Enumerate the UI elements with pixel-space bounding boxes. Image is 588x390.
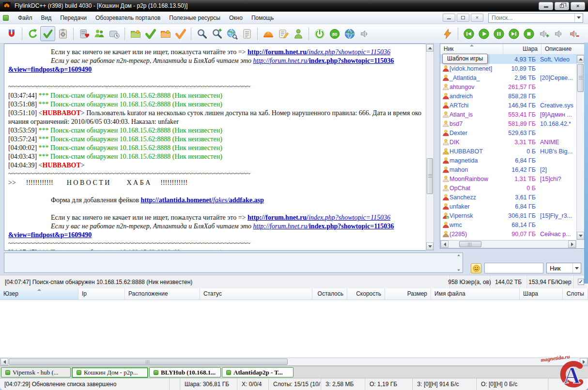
user-list-hscrollbar[interactable] <box>440 240 576 248</box>
winamp-icon[interactable] <box>440 26 455 41</box>
transfers-column-6[interactable]: Размер <box>385 288 431 300</box>
chat-link[interactable]: http://atlantida.homenet/ <box>140 196 213 204</box>
user-row[interactable]: bsd7581,89 ГБ10.168.42.* <box>440 119 576 128</box>
user-row[interactable]: ARTchi146,94 ГБCreative.sys <box>440 101 576 110</box>
chat-link[interactable]: index.php?showtopic=115036 <box>309 214 390 221</box>
minimize-button[interactable] <box>539 2 553 10</box>
user-list-vscrollbar[interactable] <box>576 55 585 240</box>
volume-up-icon[interactable] <box>536 26 551 41</box>
chat-link[interactable]: http://forum.hnet.ru/ <box>253 223 309 230</box>
transfers-column-7[interactable]: Имя файла <box>431 288 520 300</box>
public-hubs-icon[interactable] <box>92 26 107 41</box>
transfers-list[interactable] <box>0 300 588 358</box>
scroll-left-button[interactable] <box>441 240 449 248</box>
hub-tab-3[interactable]: Atlantidap2p - T... <box>222 367 294 377</box>
transfers-column-9[interactable]: Слоты <box>563 288 588 300</box>
userlist-column-2[interactable]: Описание <box>542 44 585 54</box>
filter-column-combo[interactable]: Ник <box>546 263 581 273</box>
menu-item-4[interactable]: Полезные ресурсы <box>165 13 225 23</box>
menu-item-1[interactable]: Вид <box>37 13 56 23</box>
user-row[interactable]: [vidok.homenet]10,89 ТБ <box>440 64 576 73</box>
scroll-thumb[interactable] <box>459 241 481 247</box>
mdi-minimize-button[interactable] <box>443 14 455 22</box>
adl-search-icon[interactable] <box>209 26 224 41</box>
chat-link[interactable]: &view=findpost&p=1609490 <box>8 231 92 239</box>
scroll-thumb[interactable] <box>577 64 584 92</box>
user-row[interactable]: unfaker6,84 ГБ <box>440 202 576 211</box>
transfers-column-8[interactable]: Шара <box>520 288 563 300</box>
user-row[interactable]: Dexter529,63 ГБ <box>440 128 576 137</box>
chat-toggle-checkbox[interactable]: ✓ <box>578 279 584 285</box>
menu-item-5[interactable]: Окно <box>225 13 247 23</box>
shutdown-icon[interactable] <box>312 26 327 41</box>
settings-icon[interactable] <box>261 26 276 41</box>
finished-downloads-icon[interactable] <box>143 26 158 41</box>
close-button[interactable]: × <box>571 2 585 10</box>
volume-icon[interactable] <box>551 26 566 41</box>
media-stop-icon[interactable] <box>521 26 536 41</box>
menu-item-3[interactable]: Обозреватель порталов <box>91 13 165 23</box>
sound-icon[interactable] <box>357 26 372 41</box>
hub-user-icon[interactable] <box>291 26 306 41</box>
notepad-icon[interactable] <box>276 26 291 41</box>
chat-link[interactable]: index.php?showtopic=115036 <box>309 57 394 64</box>
limiter-80-icon[interactable]: 80 <box>327 26 342 41</box>
chat-link[interactable]: index.php?showtopic=115036 <box>309 48 390 56</box>
magnet-icon[interactable] <box>4 26 19 41</box>
hub-tab-0[interactable]: Vipernsk - hub (... <box>1 367 71 377</box>
user-row[interactable]: MoonRainbow1,31 ТБ[15]chi? <box>440 174 576 183</box>
user-row[interactable]: Atlant_is553,41 ГБ[9]Админ ... <box>440 110 576 119</box>
media-pause-icon[interactable] <box>491 26 506 41</box>
transfers-column-4[interactable]: Осталось <box>312 288 347 300</box>
user-row[interactable]: magnetida6,84 ГБ <box>440 156 576 165</box>
transfers-column-2[interactable]: Расположение <box>125 288 200 300</box>
combo-dropdown-button[interactable] <box>573 263 581 273</box>
menu-item-6[interactable]: Помощь <box>247 13 278 23</box>
menu-item-2[interactable]: Передачи <box>56 13 91 23</box>
scroll-up-button[interactable] <box>577 55 584 63</box>
scroll-right-button[interactable] <box>568 240 576 248</box>
message-input[interactable] <box>4 253 463 273</box>
favorite-hubs-icon[interactable] <box>77 26 92 41</box>
media-next-icon[interactable] <box>506 26 521 41</box>
scroll-left-button[interactable] <box>0 358 8 365</box>
transfers-column-0[interactable]: Юзер <box>0 288 78 300</box>
user-row[interactable]: mahon16,42 ГБ[2] <box>440 165 576 174</box>
hub-tab-2[interactable]: BLYHub (10.168.1... <box>149 367 221 377</box>
media-play-icon[interactable] <box>476 26 491 41</box>
download-queue-icon[interactable] <box>128 26 143 41</box>
chat-link[interactable]: http://forum.hnet.ru/ <box>248 214 309 221</box>
scroll-thumb[interactable] <box>427 158 433 194</box>
user-row[interactable]: _Atlantida_2,96 ТБ[20]Серве... <box>440 73 576 82</box>
chat-userlist-splitter[interactable] <box>434 44 440 251</box>
user-row[interactable]: wmc68,14 ГБ <box>440 220 576 229</box>
menu-item-0[interactable]: Файл <box>14 13 37 23</box>
volume-down-icon[interactable] <box>566 26 581 41</box>
userlist-column-0[interactable]: Ник <box>440 44 503 54</box>
chat-link[interactable]: &view=findpost&p=1609490 <box>8 66 92 73</box>
recent-hubs-icon[interactable] <box>107 26 122 41</box>
user-row[interactable]: andreich858,28 ГБ <box>440 91 576 101</box>
transfers-column-1[interactable]: Ip <box>78 288 125 300</box>
search-icon[interactable] <box>194 26 209 41</box>
mdi-restore-button[interactable] <box>457 14 469 22</box>
emoticon-button[interactable] <box>471 263 481 273</box>
scroll-up-button[interactable] <box>426 44 433 52</box>
chat-link[interactable]: index.php?showtopic=115036 <box>309 223 394 230</box>
chat-link[interactable]: fakes/ <box>213 196 229 204</box>
hub-tab-1[interactable]: Кошкин Дом - p2p... <box>72 367 148 378</box>
media-prev-icon[interactable] <box>461 26 476 41</box>
transfers-column-3[interactable]: Статус <box>200 288 312 300</box>
restore-button[interactable] <box>555 2 569 10</box>
scroll-down-button[interactable] <box>577 232 584 240</box>
chat-link[interactable]: http://forum.hnet.ru/ <box>253 57 309 64</box>
mdi-close-button[interactable]: × <box>471 14 483 22</box>
user-row[interactable]: HUBBABOT0 БHUB's Big... <box>440 147 576 156</box>
transfers-hscrollbar[interactable] <box>0 358 588 366</box>
user-filter-input[interactable] <box>484 263 543 273</box>
waiting-users-icon[interactable] <box>158 26 173 41</box>
user-row[interactable]: OpChat0 Б <box>440 183 576 193</box>
search-spy-icon[interactable] <box>224 26 239 41</box>
user-row[interactable]: DIK3,31 ТБANIME <box>440 137 576 147</box>
hub-chat[interactable]: Если у вас ничего не качает или не ищет,… <box>4 44 426 251</box>
